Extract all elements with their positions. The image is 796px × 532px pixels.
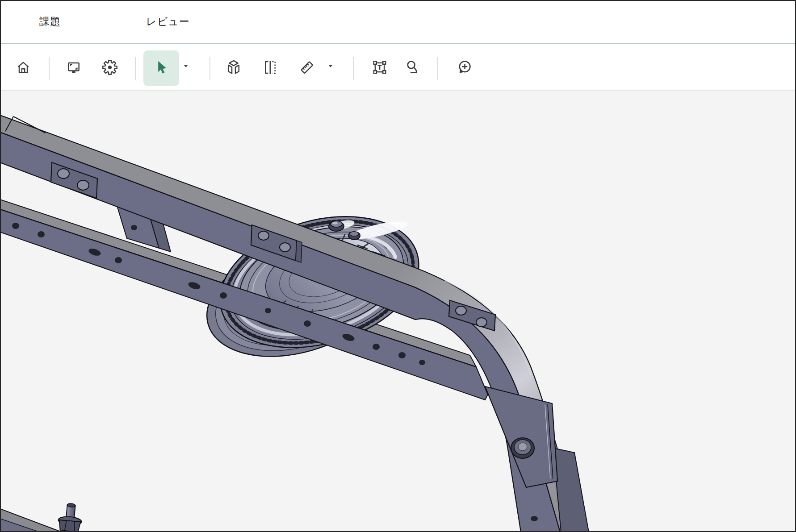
viewport-3d[interactable] xyxy=(0,91,796,532)
toolbar-separator xyxy=(135,57,136,80)
measure-dropdown[interactable] xyxy=(327,64,334,68)
section-view-icon xyxy=(262,59,278,75)
loose-bolt xyxy=(58,503,83,532)
fit-screen-icon xyxy=(66,60,81,75)
cad-model xyxy=(0,91,796,532)
bottom-left-member xyxy=(0,509,62,532)
balloon-callout-button[interactable] xyxy=(403,58,423,77)
balloon-callout-icon xyxy=(405,59,421,75)
add-comment-icon xyxy=(457,59,473,75)
tab-review[interactable]: レビュー xyxy=(137,0,199,43)
exploded-view-button[interactable] xyxy=(224,58,243,77)
app-window: 課題 レビュー xyxy=(0,0,796,532)
settings-button[interactable] xyxy=(100,58,120,77)
home-button[interactable] xyxy=(13,58,33,77)
add-comment-button[interactable] xyxy=(455,58,474,77)
toolbar-separator xyxy=(209,57,210,80)
text-annotation-icon xyxy=(372,59,388,75)
toolbar-separator xyxy=(437,57,438,80)
text-annotation-button[interactable] xyxy=(370,58,390,77)
measure-ruler-icon xyxy=(299,59,315,75)
tab-kadai[interactable]: 課題 xyxy=(28,0,72,43)
section-view-button[interactable] xyxy=(260,58,280,77)
settings-gear-icon xyxy=(102,60,117,75)
toolbar xyxy=(0,44,796,91)
toolbar-separator xyxy=(353,57,354,80)
home-icon xyxy=(16,60,31,75)
gusset-plate xyxy=(485,387,557,487)
exploded-view-icon xyxy=(226,59,242,75)
select-cursor-icon xyxy=(153,59,169,75)
measure-button[interactable] xyxy=(297,58,317,77)
select-tool-dropdown[interactable] xyxy=(183,64,189,68)
select-tool-button[interactable] xyxy=(151,58,171,77)
toolbar-separator xyxy=(49,57,50,80)
fit-screen-button[interactable] xyxy=(64,58,84,77)
tab-bar: 課題 レビュー xyxy=(0,0,796,43)
